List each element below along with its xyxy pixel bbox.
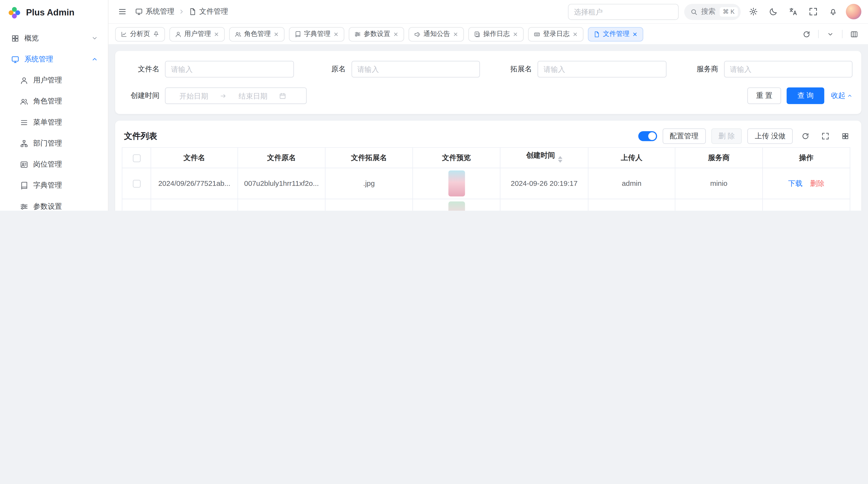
collapse-filter-link[interactable]: 收起 <box>831 91 852 101</box>
sidebar-item-param-settings[interactable]: 参数设置 <box>5 197 102 211</box>
file-name-cell: 2024/09/26/3159fab8... <box>151 199 238 211</box>
tab-bar: 分析页 用户管理 角色管理 字典管理 参数设置 <box>108 23 868 44</box>
book-icon <box>294 31 301 37</box>
created-cell: 2024-09-26 20:21:49 <box>500 199 588 211</box>
sliders-icon <box>354 31 361 37</box>
divider <box>842 30 842 38</box>
gear-icon <box>749 7 758 16</box>
filter-input[interactable] <box>165 61 294 77</box>
original-name-cell: 007u2bluly1hrr11xf2o... <box>238 168 325 199</box>
sidebar-item-department-management[interactable]: 部门管理 <box>5 134 102 153</box>
sidebar-item-menu-management[interactable]: 菜单管理 <box>5 113 102 132</box>
translate-button[interactable] <box>786 4 801 19</box>
close-icon[interactable] <box>572 31 578 37</box>
filter-input[interactable] <box>537 61 666 77</box>
arrow-right-icon <box>220 92 227 99</box>
app-logo[interactable]: Plus Admin <box>0 0 108 26</box>
theme-toggle-button[interactable] <box>766 4 781 19</box>
grid-icon <box>841 132 849 140</box>
reset-button[interactable]: 重 置 <box>747 88 781 104</box>
global-search[interactable]: 搜索 ⌘ K <box>684 4 741 20</box>
close-icon[interactable] <box>453 31 458 37</box>
sidebar-item-system-management[interactable]: 系统管理 <box>5 50 102 69</box>
delete-link[interactable]: 删除 <box>810 179 825 187</box>
list-fullscreen-button[interactable] <box>818 129 833 143</box>
date-range-picker[interactable] <box>165 88 307 104</box>
file-preview-thumbnail[interactable] <box>448 170 465 196</box>
id-badge-icon <box>20 160 28 168</box>
filter-input[interactable] <box>724 61 852 77</box>
row-checkbox[interactable] <box>133 180 140 188</box>
fullscreen-button[interactable] <box>806 4 820 19</box>
tabs-dropdown-button[interactable] <box>823 27 838 41</box>
avatar[interactable] <box>846 4 861 19</box>
tab-operation-log[interactable]: 操作日志 <box>468 27 524 41</box>
upload-button[interactable]: 上传 没做 <box>747 128 793 144</box>
settings-button[interactable] <box>746 4 761 19</box>
column-original-name: 文件原名 <box>238 148 325 168</box>
tab-param-settings[interactable]: 参数设置 <box>349 27 404 41</box>
end-date-input[interactable] <box>229 92 277 100</box>
list-columns-button[interactable] <box>838 129 852 143</box>
tabs-refresh-button[interactable] <box>799 27 814 41</box>
breadcrumb-system-management[interactable]: 系统管理 <box>135 7 174 17</box>
config-management-button[interactable]: 配置管理 <box>662 128 706 144</box>
search-icon <box>690 8 697 15</box>
search-button[interactable]: 查 询 <box>787 88 824 104</box>
menu-toggle-button[interactable] <box>115 4 130 19</box>
file-icon <box>189 8 196 15</box>
file-preview-thumbnail[interactable] <box>448 201 465 211</box>
date-filter-label: 创建时间 <box>124 91 159 101</box>
tab-file-management[interactable]: 文件管理 <box>588 27 643 41</box>
close-icon[interactable] <box>513 31 518 37</box>
extension-cell: .jpg <box>325 199 413 211</box>
list-icon <box>20 118 28 126</box>
tabs-layout-button[interactable] <box>847 27 862 41</box>
close-icon[interactable] <box>214 31 219 37</box>
delete-button[interactable]: 删 除 <box>711 128 742 144</box>
app-title: Plus Admin <box>26 8 74 18</box>
pin-icon[interactable] <box>153 31 160 37</box>
select-all-checkbox[interactable] <box>133 154 140 162</box>
row-checkbox-cell <box>122 168 151 199</box>
columns-icon <box>850 30 858 38</box>
close-icon[interactable] <box>393 31 399 37</box>
sidebar-item-user-management[interactable]: 用户管理 <box>5 71 102 90</box>
tab-analysis[interactable]: 分析页 <box>115 27 165 41</box>
close-icon[interactable] <box>632 31 638 37</box>
delete-link[interactable]: 删除 <box>810 210 825 211</box>
filter-input[interactable] <box>351 61 480 77</box>
refresh-icon <box>803 30 810 38</box>
sidebar-item-overview[interactable]: 概览 <box>5 29 102 47</box>
notifications-button[interactable] <box>826 4 840 19</box>
sort-carets-icon[interactable] <box>558 154 562 165</box>
download-link[interactable]: 下载 <box>788 210 803 211</box>
start-date-input[interactable] <box>170 92 217 100</box>
filter-label: 服务商 <box>683 64 718 74</box>
book-icon <box>20 181 28 189</box>
close-icon[interactable] <box>273 31 279 37</box>
sidebar-item-dict-management[interactable]: 字典管理 <box>5 176 102 195</box>
tab-role-management[interactable]: 角色管理 <box>229 27 285 41</box>
filter-field: 拓展名 <box>496 61 666 77</box>
uploader-cell: admin <box>588 168 675 199</box>
page-content: 文件名 原名 拓展名 服务商 创建时间 <box>108 44 868 211</box>
filter-field: 原名 <box>310 61 480 77</box>
provider-cell: minio <box>675 168 763 199</box>
breadcrumb-file-management[interactable]: 文件管理 <box>189 7 228 17</box>
tab-dict-management[interactable]: 字典管理 <box>289 27 344 41</box>
list-refresh-button[interactable] <box>798 129 813 143</box>
tab-login-log[interactable]: 登录日志 <box>528 27 584 41</box>
tab-user-management[interactable]: 用户管理 <box>169 27 225 41</box>
column-created-sortable[interactable]: 创建时间 <box>500 148 588 168</box>
sidebar-item-role-management[interactable]: 角色管理 <box>5 92 102 110</box>
preview-cell <box>413 168 500 199</box>
sidebar-item-position-management[interactable]: 岗位管理 <box>5 155 102 174</box>
close-icon[interactable] <box>333 31 339 37</box>
download-link[interactable]: 下载 <box>788 179 803 187</box>
tenant-select-input[interactable] <box>568 4 679 20</box>
tab-notice[interactable]: 通知公告 <box>408 27 464 41</box>
search-toggle[interactable] <box>638 131 657 141</box>
monitor-icon <box>135 8 143 15</box>
app-window: Plus Admin 概览 系统管理 用户管理 角色管理 <box>0 0 868 211</box>
